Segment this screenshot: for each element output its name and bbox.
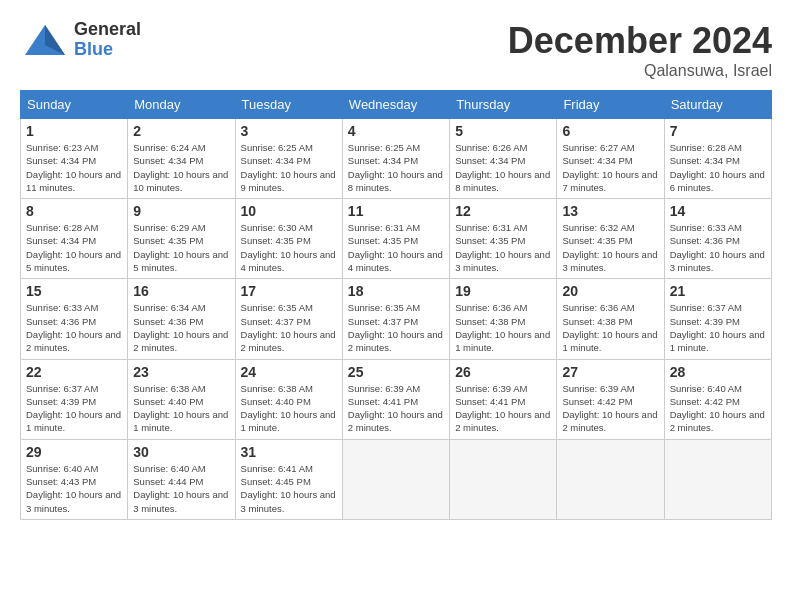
sunrise-label: Sunrise: 6:28 AM xyxy=(26,222,98,233)
daylight-label: Daylight: 10 hours and 1 minute. xyxy=(455,329,550,353)
day-number: 6 xyxy=(562,123,658,139)
calendar-week-row: 15 Sunrise: 6:33 AM Sunset: 4:36 PM Dayl… xyxy=(21,279,772,359)
calendar-week-row: 22 Sunrise: 6:37 AM Sunset: 4:39 PM Dayl… xyxy=(21,359,772,439)
day-info: Sunrise: 6:23 AM Sunset: 4:34 PM Dayligh… xyxy=(26,141,122,194)
sunrise-label: Sunrise: 6:35 AM xyxy=(348,302,420,313)
sunset-label: Sunset: 4:34 PM xyxy=(562,155,632,166)
day-info: Sunrise: 6:38 AM Sunset: 4:40 PM Dayligh… xyxy=(241,382,337,435)
sunrise-label: Sunrise: 6:37 AM xyxy=(26,383,98,394)
day-number: 2 xyxy=(133,123,229,139)
day-info: Sunrise: 6:40 AM Sunset: 4:43 PM Dayligh… xyxy=(26,462,122,515)
sunset-label: Sunset: 4:36 PM xyxy=(26,316,96,327)
daylight-label: Daylight: 10 hours and 2 minutes. xyxy=(26,329,121,353)
day-of-week-header: Sunday xyxy=(21,91,128,119)
daylight-label: Daylight: 10 hours and 4 minutes. xyxy=(241,249,336,273)
day-of-week-header: Saturday xyxy=(664,91,771,119)
day-number: 20 xyxy=(562,283,658,299)
sunrise-label: Sunrise: 6:24 AM xyxy=(133,142,205,153)
sunset-label: Sunset: 4:36 PM xyxy=(133,316,203,327)
logo-blue-text: Blue xyxy=(74,40,141,60)
sunset-label: Sunset: 4:35 PM xyxy=(241,235,311,246)
daylight-label: Daylight: 10 hours and 6 minutes. xyxy=(670,169,765,193)
daylight-label: Daylight: 10 hours and 1 minute. xyxy=(670,329,765,353)
day-of-week-header: Wednesday xyxy=(342,91,449,119)
daylight-label: Daylight: 10 hours and 3 minutes. xyxy=(455,249,550,273)
calendar-cell: 25 Sunrise: 6:39 AM Sunset: 4:41 PM Dayl… xyxy=(342,359,449,439)
logo-name: General Blue xyxy=(74,20,141,60)
logo: General Blue xyxy=(20,20,141,60)
day-number: 22 xyxy=(26,364,122,380)
daylight-label: Daylight: 10 hours and 2 minutes. xyxy=(348,329,443,353)
sunrise-label: Sunrise: 6:34 AM xyxy=(133,302,205,313)
sunset-label: Sunset: 4:43 PM xyxy=(26,476,96,487)
sunset-label: Sunset: 4:40 PM xyxy=(133,396,203,407)
calendar-cell: 11 Sunrise: 6:31 AM Sunset: 4:35 PM Dayl… xyxy=(342,199,449,279)
day-info: Sunrise: 6:33 AM Sunset: 4:36 PM Dayligh… xyxy=(670,221,766,274)
day-number: 28 xyxy=(670,364,766,380)
page-header: General Blue December 2024 Qalansuwa, Is… xyxy=(20,20,772,80)
calendar-header-row: SundayMondayTuesdayWednesdayThursdayFrid… xyxy=(21,91,772,119)
sunrise-label: Sunrise: 6:36 AM xyxy=(455,302,527,313)
calendar-cell: 5 Sunrise: 6:26 AM Sunset: 4:34 PM Dayli… xyxy=(450,119,557,199)
calendar-cell: 29 Sunrise: 6:40 AM Sunset: 4:43 PM Dayl… xyxy=(21,439,128,519)
calendar-week-row: 1 Sunrise: 6:23 AM Sunset: 4:34 PM Dayli… xyxy=(21,119,772,199)
sunset-label: Sunset: 4:42 PM xyxy=(670,396,740,407)
sunset-label: Sunset: 4:34 PM xyxy=(670,155,740,166)
daylight-label: Daylight: 10 hours and 4 minutes. xyxy=(348,249,443,273)
sunrise-label: Sunrise: 6:31 AM xyxy=(348,222,420,233)
calendar-week-row: 29 Sunrise: 6:40 AM Sunset: 4:43 PM Dayl… xyxy=(21,439,772,519)
day-number: 7 xyxy=(670,123,766,139)
sunrise-label: Sunrise: 6:29 AM xyxy=(133,222,205,233)
sunset-label: Sunset: 4:34 PM xyxy=(241,155,311,166)
sunrise-label: Sunrise: 6:28 AM xyxy=(670,142,742,153)
calendar-cell: 6 Sunrise: 6:27 AM Sunset: 4:34 PM Dayli… xyxy=(557,119,664,199)
day-info: Sunrise: 6:35 AM Sunset: 4:37 PM Dayligh… xyxy=(241,301,337,354)
day-info: Sunrise: 6:28 AM Sunset: 4:34 PM Dayligh… xyxy=(26,221,122,274)
day-number: 9 xyxy=(133,203,229,219)
daylight-label: Daylight: 10 hours and 2 minutes. xyxy=(133,329,228,353)
day-info: Sunrise: 6:36 AM Sunset: 4:38 PM Dayligh… xyxy=(455,301,551,354)
day-info: Sunrise: 6:32 AM Sunset: 4:35 PM Dayligh… xyxy=(562,221,658,274)
sunset-label: Sunset: 4:35 PM xyxy=(562,235,632,246)
calendar-week-row: 8 Sunrise: 6:28 AM Sunset: 4:34 PM Dayli… xyxy=(21,199,772,279)
day-info: Sunrise: 6:37 AM Sunset: 4:39 PM Dayligh… xyxy=(670,301,766,354)
daylight-label: Daylight: 10 hours and 5 minutes. xyxy=(26,249,121,273)
sunset-label: Sunset: 4:39 PM xyxy=(26,396,96,407)
daylight-label: Daylight: 10 hours and 3 minutes. xyxy=(133,489,228,513)
daylight-label: Daylight: 10 hours and 3 minutes. xyxy=(670,249,765,273)
calendar-cell: 26 Sunrise: 6:39 AM Sunset: 4:41 PM Dayl… xyxy=(450,359,557,439)
day-info: Sunrise: 6:39 AM Sunset: 4:41 PM Dayligh… xyxy=(455,382,551,435)
daylight-label: Daylight: 10 hours and 2 minutes. xyxy=(241,329,336,353)
daylight-label: Daylight: 10 hours and 1 minute. xyxy=(562,329,657,353)
calendar-cell: 7 Sunrise: 6:28 AM Sunset: 4:34 PM Dayli… xyxy=(664,119,771,199)
day-number: 17 xyxy=(241,283,337,299)
day-info: Sunrise: 6:31 AM Sunset: 4:35 PM Dayligh… xyxy=(455,221,551,274)
daylight-label: Daylight: 10 hours and 3 minutes. xyxy=(562,249,657,273)
day-info: Sunrise: 6:26 AM Sunset: 4:34 PM Dayligh… xyxy=(455,141,551,194)
sunset-label: Sunset: 4:41 PM xyxy=(348,396,418,407)
calendar-cell xyxy=(450,439,557,519)
daylight-label: Daylight: 10 hours and 2 minutes. xyxy=(562,409,657,433)
sunset-label: Sunset: 4:37 PM xyxy=(348,316,418,327)
calendar-cell: 28 Sunrise: 6:40 AM Sunset: 4:42 PM Dayl… xyxy=(664,359,771,439)
sunset-label: Sunset: 4:44 PM xyxy=(133,476,203,487)
daylight-label: Daylight: 10 hours and 3 minutes. xyxy=(26,489,121,513)
sunset-label: Sunset: 4:42 PM xyxy=(562,396,632,407)
day-number: 26 xyxy=(455,364,551,380)
day-number: 3 xyxy=(241,123,337,139)
day-number: 27 xyxy=(562,364,658,380)
sunrise-label: Sunrise: 6:39 AM xyxy=(455,383,527,394)
calendar-cell: 14 Sunrise: 6:33 AM Sunset: 4:36 PM Dayl… xyxy=(664,199,771,279)
calendar-cell: 2 Sunrise: 6:24 AM Sunset: 4:34 PM Dayli… xyxy=(128,119,235,199)
daylight-label: Daylight: 10 hours and 8 minutes. xyxy=(455,169,550,193)
calendar-cell: 20 Sunrise: 6:36 AM Sunset: 4:38 PM Dayl… xyxy=(557,279,664,359)
sunrise-label: Sunrise: 6:33 AM xyxy=(670,222,742,233)
day-number: 11 xyxy=(348,203,444,219)
day-number: 15 xyxy=(26,283,122,299)
daylight-label: Daylight: 10 hours and 2 minutes. xyxy=(348,409,443,433)
day-info: Sunrise: 6:37 AM Sunset: 4:39 PM Dayligh… xyxy=(26,382,122,435)
day-info: Sunrise: 6:27 AM Sunset: 4:34 PM Dayligh… xyxy=(562,141,658,194)
day-info: Sunrise: 6:28 AM Sunset: 4:34 PM Dayligh… xyxy=(670,141,766,194)
sunrise-label: Sunrise: 6:38 AM xyxy=(133,383,205,394)
day-info: Sunrise: 6:41 AM Sunset: 4:45 PM Dayligh… xyxy=(241,462,337,515)
